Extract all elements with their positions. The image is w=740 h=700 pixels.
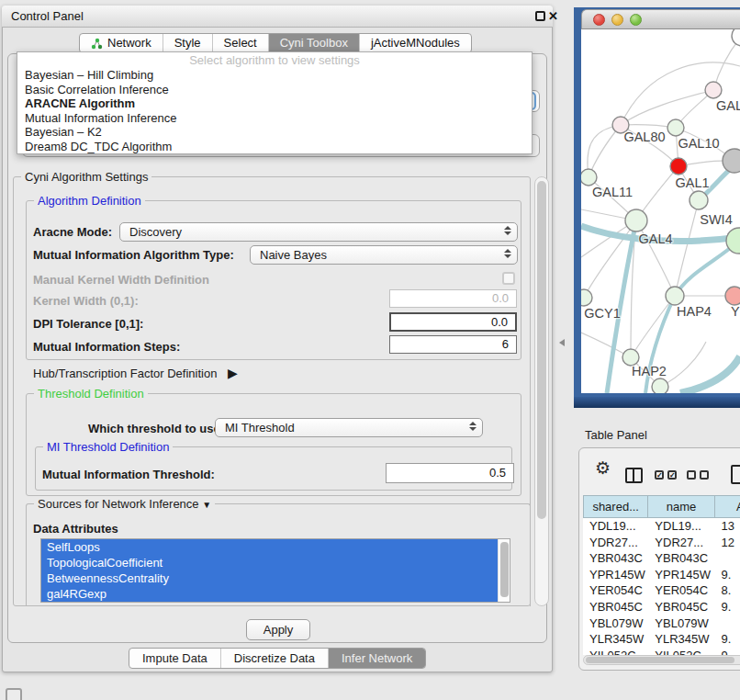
minimize-traffic-light[interactable] [611, 14, 623, 26]
table-row[interactable]: YLR345WYLR345W9. [583, 631, 740, 648]
deselect-all-icon[interactable] [687, 470, 709, 480]
data-attribute-item[interactable]: gal4RGexp [41, 586, 499, 602]
table-row[interactable]: YDL19...YDL19...13 [583, 518, 740, 535]
table-column-header[interactable]: shared... [583, 495, 648, 518]
minimized-panel-icon[interactable] [6, 688, 22, 700]
network-node[interactable] [652, 378, 668, 393]
threshold-definition-legend: Threshold Definition [34, 387, 148, 401]
algorithm-option[interactable]: Basic Correlation Inference [17, 83, 532, 97]
which-threshold-label: Which threshold to use: [88, 422, 224, 435]
tab-cyni-toolbox[interactable]: Cyni Toolbox [268, 34, 359, 52]
apply-button[interactable]: Apply [246, 619, 310, 640]
network-edge[interactable] [621, 62, 740, 125]
panel-collapse-arrow[interactable] [559, 339, 565, 346]
table-cell: YLR345W [583, 631, 648, 648]
table-column-header[interactable]: name [648, 495, 714, 518]
attributes-scrollbar-thumb[interactable] [500, 542, 509, 597]
table-cell: 9. [715, 567, 740, 583]
tab-style[interactable]: Style [163, 34, 212, 52]
data-attribute-item[interactable]: SelfLoops [41, 539, 499, 555]
network-node-y[interactable] [725, 287, 740, 305]
table-row[interactable]: YBL079WYBL079W [583, 615, 740, 632]
gear-icon[interactable]: ⚙ [595, 457, 611, 479]
tab-impute-data[interactable]: Impute Data [129, 649, 220, 668]
float-window-icon[interactable] [535, 11, 545, 21]
network-node-gal[interactable] [705, 82, 722, 98]
mi-threshold-definition-legend: MI Threshold Definition [43, 440, 173, 454]
network-canvas[interactable]: GALGAL80GAL10GAL1GAL11SWI4GAL4GCY1HAP4YH… [581, 29, 740, 393]
table-cell: 12 [715, 535, 740, 551]
algorithm-option[interactable]: Bayesian – K2 [17, 125, 532, 140]
tab-network[interactable]: Network [80, 34, 163, 52]
mi-steps-field[interactable]: 6 [389, 335, 517, 354]
table-column-header[interactable]: A [715, 495, 740, 518]
algorithm-option[interactable]: Bayesian – Hill Climbing [17, 68, 532, 83]
data-attribute-item[interactable]: TopologicalCoefficient [41, 555, 499, 570]
algorithm-option[interactable]: Mutual Information Inference [17, 111, 532, 126]
table-row[interactable]: YIL052CYIL052C9 [583, 648, 740, 655]
table-hscrollbar-thumb[interactable] [586, 657, 734, 663]
algorithm-option-list: Bayesian – Hill ClimbingBasic Correlatio… [17, 68, 532, 153]
expanded-arrow-icon[interactable]: ▼ [202, 500, 211, 510]
spinner-arrows-icon [504, 226, 512, 235]
table-row[interactable]: YER054CYER054C8. [583, 582, 740, 599]
table-row[interactable]: YDR27...YDR27...12 [583, 535, 740, 551]
network-window-titlebar[interactable] [581, 9, 740, 29]
close-traffic-light[interactable] [593, 14, 605, 26]
aracne-mode-value: Discovery [129, 225, 182, 239]
network-node[interactable] [732, 29, 740, 46]
table-row[interactable]: YBR043CYBR043C [583, 550, 740, 567]
data-attribute-item[interactable]: BetweennessCentrality [41, 570, 499, 586]
table-panel-title: Table Panel [585, 428, 647, 442]
network-node[interactable] [723, 149, 740, 173]
network-edge[interactable] [621, 90, 713, 125]
settings-scrollbar-thumb[interactable] [537, 181, 546, 519]
table-row[interactable]: YPR145WYPR145W9. [583, 567, 740, 583]
mi-algorithm-type-value: Naive Bayes [260, 248, 327, 262]
hub-definition-toggle[interactable]: Hub/Transcription Factor Definition ▶ [33, 366, 238, 380]
network-node-hap4[interactable] [666, 287, 684, 305]
checked-box-icon: ✓ [655, 470, 664, 480]
table-cell: YPR145W [583, 567, 648, 583]
zoom-traffic-light[interactable] [630, 14, 642, 26]
network-node-gal1[interactable] [670, 158, 687, 175]
tab-discretize-data[interactable]: Discretize Data [220, 649, 328, 668]
control-panel-titlebar: Control Panel [2, 6, 553, 28]
new-table-icon[interactable] [731, 465, 740, 484]
network-node-label: GAL10 [678, 136, 719, 151]
kernel-width-field[interactable]: 0.0 [389, 289, 517, 308]
table-cell: YBR045C [648, 599, 714, 615]
manual-kernel-width-checkbox[interactable] [502, 272, 515, 285]
close-icon[interactable]: ✕ [548, 9, 558, 23]
tab-jactivemnodules[interactable]: jActiveMNodules [359, 34, 471, 52]
select-all-icon[interactable]: ✓ ✓ [655, 470, 677, 480]
mi-algorithm-type-combo[interactable]: Naive Bayes [250, 245, 518, 265]
network-edge[interactable] [589, 125, 621, 177]
tab-infer-network[interactable]: Infer Network [328, 649, 425, 668]
aracne-mode-combo[interactable]: Discovery [119, 222, 518, 242]
table-row[interactable]: YBR045CYBR045C9. [583, 599, 740, 615]
network-node-gcy1[interactable] [581, 289, 592, 306]
network-node-gal11[interactable] [581, 169, 597, 186]
dpi-tolerance-field[interactable]: 0.0 [389, 312, 517, 332]
tab-select[interactable]: Select [212, 34, 268, 52]
network-node-swi4[interactable] [690, 191, 708, 209]
table-cell: 8. [715, 582, 740, 599]
network-edge[interactable] [631, 296, 675, 357]
split-columns-icon[interactable] [625, 468, 643, 483]
network-node-gal10[interactable] [667, 119, 684, 136]
mi-threshold-label: Mutual Information Threshold: [42, 468, 215, 481]
network-edge[interactable] [680, 356, 740, 393]
table-cell: YER054C [648, 582, 714, 599]
algorithm-option[interactable]: Dream8 DC_TDC Algorithm [17, 140, 532, 154]
network-edge[interactable] [660, 342, 706, 387]
mi-threshold-field[interactable]: 0.5 [386, 463, 514, 483]
algorithm-option[interactable]: ARACNE Algorithm [17, 96, 532, 111]
mi-algorithm-type-label: Mutual Information Algorithm Type: [33, 248, 234, 262]
table-cell: YDR27... [583, 535, 648, 551]
manual-kernel-width-label: Manual Kernel Width Definition [33, 273, 209, 287]
network-window-bottom-frame [574, 397, 740, 408]
which-threshold-combo[interactable]: MI Threshold [215, 418, 483, 437]
bottom-tabs: Impute Data Discretize Data Infer Networ… [129, 648, 426, 669]
network-node-gal4[interactable] [625, 209, 647, 231]
